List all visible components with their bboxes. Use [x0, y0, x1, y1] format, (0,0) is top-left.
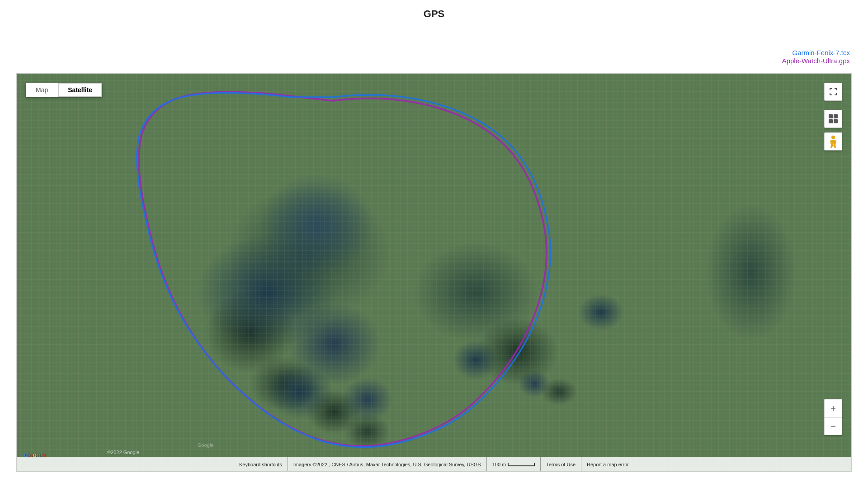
report-error-item: Report a map error [581, 457, 634, 471]
scale-label: 100 m [492, 462, 506, 467]
map-container: Map Satellite + − Google ©2022 Google [16, 73, 852, 472]
scale-item: 100 m [487, 457, 541, 471]
layers-button[interactable] [824, 110, 842, 128]
legend-item-garmin[interactable]: Garmin-Fenix-7.tcx [792, 49, 850, 56]
layers-icon [829, 114, 838, 123]
pegman-button[interactable] [824, 132, 842, 150]
terms-of-use-item: Terms of Use [541, 457, 581, 471]
imagery-credit-item: Imagery ©2022 , CNES / Airbus, Maxar Tec… [288, 457, 487, 471]
legend-item-apple[interactable]: Apple-Watch-Ultra.gpx [782, 57, 850, 65]
map-type-satellite-button[interactable]: Satellite [58, 83, 102, 97]
keyboard-shortcuts-link[interactable]: Keyboard shortcuts [239, 462, 282, 467]
svg-point-0 [831, 136, 835, 139]
pegman-icon [828, 135, 838, 148]
fullscreen-icon [829, 88, 837, 96]
fullscreen-button[interactable] [824, 83, 842, 101]
gps-tracks [17, 74, 851, 471]
zoom-controls: + − [824, 399, 842, 435]
map-type-control: Map Satellite [26, 83, 102, 97]
keyboard-shortcuts-item: Keyboard shortcuts [234, 457, 288, 471]
zoom-in-button[interactable]: + [824, 399, 842, 417]
legend: Garmin-Fenix-7.tcx Apple-Watch-Ultra.gpx [782, 49, 850, 65]
scale-line [508, 463, 535, 466]
imagery-credit-text: Imagery ©2022 , CNES / Airbus, Maxar Tec… [293, 462, 481, 467]
terms-of-use-link[interactable]: Terms of Use [546, 462, 576, 467]
page-title: GPS [0, 0, 868, 25]
scale-bar: 100 m [492, 462, 535, 467]
zoom-out-button[interactable]: − [824, 417, 842, 435]
report-error-link[interactable]: Report a map error [587, 462, 629, 467]
map-type-map-button[interactable]: Map [26, 83, 58, 97]
map-bottom-bar: Keyboard shortcuts Imagery ©2022 , CNES … [17, 457, 851, 471]
